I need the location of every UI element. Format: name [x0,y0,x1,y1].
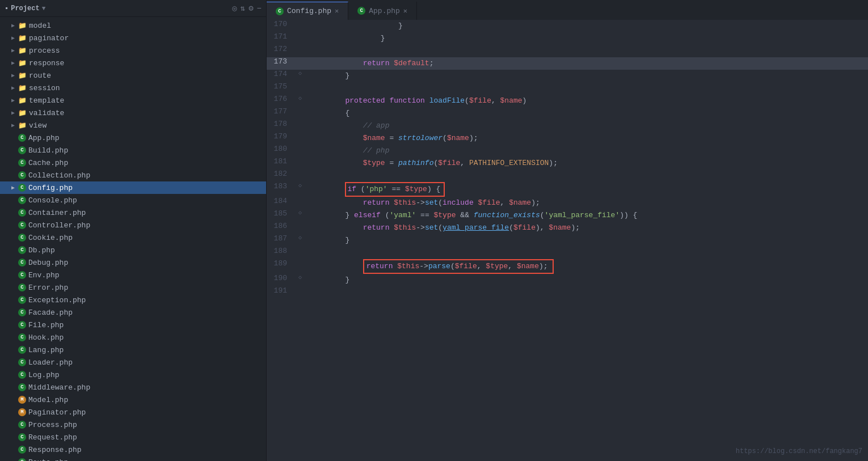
sidebar-item-route[interactable]: ▶ 📁 route [0,69,266,82]
gutter: ◇ [295,182,305,197]
tab-config-php[interactable]: C Config.php ✕ [267,2,348,20]
gutter [295,107,305,120]
code-line: return $this->set(yaml_parse_file($file)… [305,222,868,234]
folder-icon: 📁 [18,22,27,30]
code-line: if ('php' == $type) { [305,182,868,197]
line-number: 185 [267,209,295,222]
line-number: 173 [267,57,295,70]
php-file-icon: C [18,271,26,279]
sidebar-item-response-php[interactable]: C Response.php [0,443,266,456]
table-row: 187 ◇ } [267,234,868,247]
code-editor[interactable]: 170 } 171 } 172 173 [267,20,868,461]
tab-close-icon[interactable]: ✕ [403,7,407,15]
line-number: 179 [267,132,295,145]
table-row: 182 [267,170,868,182]
project-label: Project [11,5,39,12]
gutter: ◇ [295,209,305,222]
collapse-icon[interactable]: ⇅ [241,3,245,13]
php-file-icon: C [18,134,26,142]
settings-icon[interactable]: ⚙ [248,3,253,13]
sidebar-item-lang-php[interactable]: C Lang.php [0,344,266,356]
folder-icon: 📁 [18,71,27,80]
close-icon[interactable]: − [257,4,262,13]
sidebar-item-collection-php[interactable]: C Collection.php [0,169,266,181]
sidebar-item-facade-php[interactable]: C Facade.php [0,306,266,319]
sidebar-item-request-php[interactable]: C Request.php [0,431,266,443]
arrow-icon: ▶ [9,60,17,66]
code-line [305,247,868,259]
code-line: } [305,20,868,32]
sidebar-item-config-php[interactable]: ▶ C Config.php [0,181,266,194]
sidebar-item-db-php[interactable]: C Db.php [0,244,266,256]
arrow-icon: ▶ [9,122,17,129]
php-file-icon: C [18,221,26,229]
tab-close-icon[interactable]: ✕ [335,7,339,15]
sidebar-item-hook-php[interactable]: C Hook.php [0,331,266,344]
sidebar-item-cookie-php[interactable]: C Cookie.php [0,231,266,244]
line-number: 181 [267,157,295,170]
sidebar-item-build-php[interactable]: C Build.php [0,144,266,157]
php-file-icon: C [18,346,26,354]
sidebar-item-paginator[interactable]: ▶ 📁 paginator [0,32,266,44]
php-file-icon: C [18,184,26,192]
php-file-icon: C [18,246,26,254]
sidebar-item-controller-php[interactable]: C Controller.php [0,219,266,231]
sidebar-item-cache-php[interactable]: C Cache.php [0,157,266,169]
sidebar-item-middleware-php[interactable]: C Middleware.php [0,381,266,394]
sidebar-item-container-php[interactable]: C Container.php [0,206,266,219]
table-row: 191 [267,286,868,299]
arrow-icon: ▶ [9,97,17,104]
code-line: } [305,274,868,286]
code-line [305,286,868,299]
locate-icon[interactable]: ◎ [232,3,237,13]
table-row: 178 // app [267,120,868,132]
code-line: } [305,32,868,45]
sidebar-item-debug-php[interactable]: C Debug.php [0,256,266,269]
sidebar-item-loader-php[interactable]: C Loader.php [0,356,266,369]
sidebar-item-model-php[interactable]: M Model.php [0,394,266,406]
line-number: 183 [267,182,295,197]
code-line: $name = strtolower($name); [305,132,868,145]
gutter: ◇ [295,95,305,107]
folder-icon: 📁 [18,84,27,92]
sidebar-item-session[interactable]: ▶ 📁 session [0,82,266,94]
line-number: 170 [267,20,295,32]
sidebar-item-template[interactable]: ▶ 📁 template [0,94,266,107]
code-line: $type = pathinfo($file, PATHINFO_EXTENSI… [305,157,868,170]
gutter [295,259,305,274]
sidebar-item-validate[interactable]: ▶ 📁 validate [0,107,266,119]
table-row: 190 ◇ } [267,274,868,286]
gutter: ◇ [295,274,305,286]
sidebar-item-process-php[interactable]: C Process.php [0,418,266,431]
code-line: return $this->set(include $file, $name); [305,197,868,209]
php-file-icon: C [18,421,26,429]
tab-file-icon: C [276,7,284,15]
sidebar-item-response[interactable]: ▶ 📁 response [0,57,266,69]
code-line: return $default; [305,57,868,70]
gutter [295,170,305,182]
sidebar-item-paginator-php[interactable]: M Paginator.php [0,406,266,418]
sidebar-item-error-php[interactable]: C Error.php [0,281,266,294]
table-row: 177 { [267,107,868,120]
line-number: 174 [267,70,295,82]
sidebar-item-view[interactable]: ▶ 📁 view [0,119,266,132]
tab-app-php[interactable]: C App.php ✕ [348,2,417,20]
sidebar-item-process[interactable]: ▶ 📁 process [0,44,266,57]
code-line [305,45,868,57]
sidebar-item-app-php[interactable]: C App.php [0,132,266,144]
sidebar-item-model[interactable]: ▶ 📁 model [0,19,266,32]
code-line: } [305,70,868,82]
line-number: 180 [267,145,295,157]
tab-bar: C Config.php ✕ C App.php ✕ [267,0,868,20]
php-file-icon: C [18,209,26,217]
sidebar-item-console-php[interactable]: C Console.php [0,194,266,206]
sidebar-item-log-php[interactable]: C Log.php [0,369,266,381]
sidebar-item-route-php[interactable]: C Route.php [0,456,266,461]
table-row: 175 [267,82,868,95]
table-row: 174 ◇ } [267,70,868,82]
gutter [295,222,305,234]
php-file-icon: C [18,371,26,379]
sidebar-item-env-php[interactable]: C Env.php [0,269,266,281]
sidebar-item-file-php[interactable]: C File.php [0,319,266,331]
sidebar-item-exception-php[interactable]: C Exception.php [0,294,266,306]
